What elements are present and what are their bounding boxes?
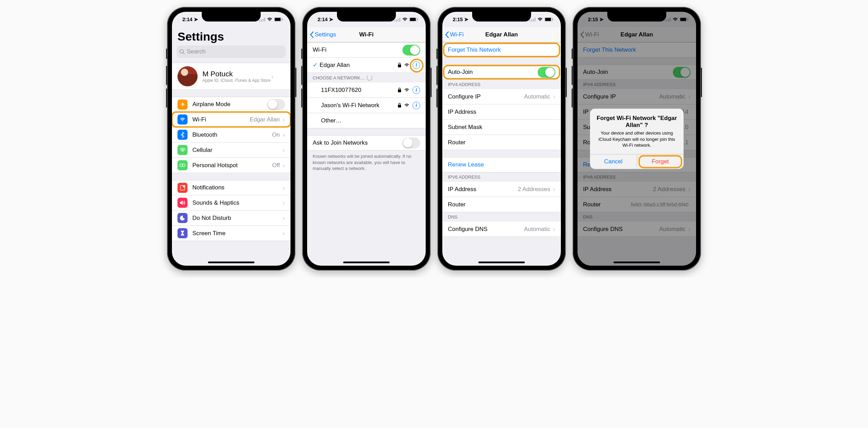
wifi-toggle-row[interactable]: Wi-Fi — [307, 42, 426, 58]
location-icon: ➤ — [194, 16, 198, 22]
phone-frame-2: 2:14 ➤ Settings Wi-Fi Wi-Fi ✓ — [302, 7, 431, 271]
dns-header: DNS — [442, 212, 561, 222]
home-indicator[interactable] — [208, 262, 254, 263]
apple-id-row[interactable]: M Potuck Apple ID, iCloud, iTunes & App … — [172, 63, 290, 90]
info-icon[interactable]: i — [413, 61, 420, 69]
auto-join-row[interactable]: Auto-Join — [442, 65, 561, 80]
airplane-icon: ✈ — [177, 100, 188, 110]
hotspot-icon — [177, 160, 188, 170]
phone-frame-4: 2:15 ➤ Wi-Fi Edgar Allan Forget This Net… — [573, 7, 701, 271]
ipv4-header: IPV4 ADDRESS — [442, 80, 561, 89]
svg-rect-3 — [264, 18, 265, 22]
svg-rect-6 — [282, 19, 283, 20]
row-sounds-haptics[interactable]: Sounds & Haptics › — [172, 195, 290, 211]
sounds-icon — [177, 198, 188, 208]
cellular-icon — [177, 145, 188, 155]
avatar — [177, 66, 198, 86]
ip-address-row: IP Address — [442, 104, 561, 120]
auto-join-toggle[interactable] — [538, 67, 555, 78]
svg-rect-23 — [529, 20, 530, 22]
svg-rect-15 — [398, 19, 399, 22]
nav-bar: Settings Wi-Fi — [307, 27, 426, 42]
info-icon[interactable]: i — [413, 102, 420, 109]
svg-rect-19 — [417, 19, 418, 20]
row-do-not-disturb[interactable]: Do Not Disturb › — [172, 211, 290, 226]
row-bluetooth[interactable]: Bluetooth On › — [172, 127, 290, 143]
row-cellular[interactable]: Cellular › — [172, 143, 290, 158]
nav-bar: Wi-Fi Edgar Allan — [442, 27, 561, 42]
svg-rect-14 — [396, 19, 397, 22]
phone-frame-3: 2:15 ➤ Wi-Fi Edgar Allan Forget This Net… — [437, 7, 566, 271]
svg-rect-20 — [398, 65, 401, 67]
network-row[interactable]: Jason's Wi-Fi Network i — [307, 98, 426, 113]
row-personal-hotspot[interactable]: Personal Hotspot Off › — [172, 158, 290, 173]
wifi-icon — [177, 114, 188, 125]
svg-rect-0 — [259, 20, 260, 22]
lock-icon — [398, 63, 401, 67]
svg-rect-26 — [535, 18, 536, 22]
svg-rect-16 — [399, 18, 400, 22]
svg-rect-29 — [553, 19, 553, 20]
info-icon[interactable]: i — [413, 86, 420, 94]
svg-rect-18 — [410, 18, 416, 21]
network-row[interactable]: 11FX10077620 i — [307, 83, 426, 98]
alert-title: Forget Wi-Fi Network "Edgar Allan" ? — [596, 115, 678, 129]
router-row: Router — [442, 135, 561, 150]
subnet-mask-row: Subnet Mask — [442, 120, 561, 135]
dnd-icon — [177, 213, 188, 223]
configure-dns-row[interactable]: Configure DNS Automatic› — [442, 222, 561, 237]
screentime-icon — [177, 228, 188, 238]
svg-rect-28 — [545, 18, 551, 21]
row-screen-time[interactable]: Screen Time › — [172, 226, 290, 241]
connected-network-row[interactable]: ✓ Edgar Allan i — [307, 58, 426, 73]
alert-cancel-button[interactable]: Cancel — [590, 154, 637, 169]
chevron-left-icon — [310, 31, 314, 38]
svg-rect-21 — [398, 89, 401, 92]
svg-rect-5 — [275, 18, 281, 21]
ipv6-header: IPV6 ADDRESS — [442, 172, 561, 182]
row-airplane-mode[interactable]: ✈ Airplane Mode — [172, 97, 290, 112]
page-title: Settings — [172, 27, 290, 45]
bluetooth-icon — [177, 130, 188, 140]
ipv6-address-row[interactable]: IP Address 2 Addresses› — [442, 182, 561, 197]
network-other-row[interactable]: Other… — [307, 113, 426, 128]
search-icon — [180, 49, 185, 54]
battery-icon — [274, 17, 283, 22]
notifications-icon — [177, 183, 188, 193]
row-wifi[interactable]: Wi-Fi Edgar Allan › — [172, 112, 290, 127]
search-input[interactable]: Search — [177, 45, 286, 58]
row-notifications[interactable]: Notifications › — [172, 180, 290, 195]
home-indicator[interactable] — [478, 262, 525, 263]
svg-rect-24 — [531, 19, 532, 22]
phone-frame-1: 2:14 ➤ Settings Search M Potuck Apple ID… — [167, 7, 295, 271]
forget-alert: Forget Wi-Fi Network "Edgar Allan" ? You… — [590, 109, 684, 169]
home-indicator[interactable] — [343, 262, 390, 263]
svg-rect-25 — [533, 19, 534, 22]
svg-rect-1 — [261, 19, 262, 22]
wifi-toggle[interactable] — [402, 45, 420, 55]
forget-network-row[interactable]: Forget This Network — [442, 42, 561, 58]
choose-network-header: CHOOSE A NETWORK… — [307, 73, 426, 83]
svg-rect-13 — [394, 20, 395, 22]
back-button[interactable]: Settings — [310, 31, 336, 38]
svg-rect-2 — [262, 19, 263, 22]
ask-to-join-row[interactable]: Ask to Join Networks — [307, 135, 426, 151]
ipv6-router-row: Router — [442, 197, 561, 212]
check-icon: ✓ — [313, 61, 320, 69]
configure-ip-row[interactable]: Configure IP Automatic› — [442, 89, 561, 104]
ask-toggle[interactable] — [402, 138, 420, 148]
alert-forget-button[interactable]: Forget — [637, 154, 684, 169]
back-button[interactable]: Wi-Fi — [445, 31, 464, 38]
wifi-icon — [267, 17, 272, 22]
alert-body: Your device and other devices using iClo… — [596, 130, 678, 148]
wifi-icon — [404, 63, 409, 67]
svg-line-8 — [183, 53, 184, 54]
footer-note: Known networks will be joined automatica… — [307, 151, 426, 174]
spinner-icon — [367, 75, 372, 80]
svg-point-12 — [183, 185, 185, 187]
svg-point-7 — [180, 50, 183, 53]
svg-rect-22 — [398, 105, 401, 108]
airplane-toggle[interactable] — [267, 99, 285, 110]
renew-lease-row[interactable]: Renew Lease — [442, 157, 561, 172]
home-indicator[interactable] — [614, 262, 660, 263]
